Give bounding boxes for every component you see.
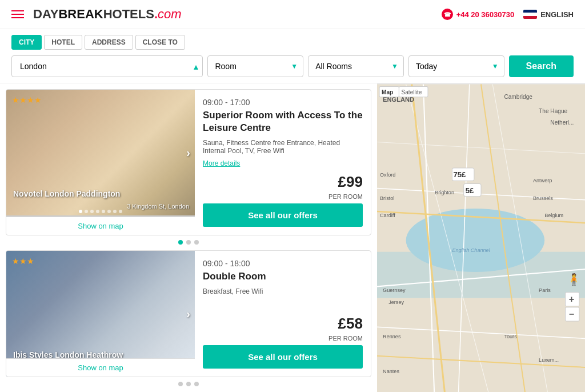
hotel-1-dot-5: [102, 210, 105, 213]
phone-box[interactable]: ☎ +44 20 36030730: [442, 9, 515, 20]
svg-text:Antwerp: Antwerp: [533, 178, 552, 183]
room-type-wrap: Room Suite ▼: [207, 55, 303, 77]
svg-text:Rennes: Rennes: [383, 334, 401, 339]
hotel-1-page-dot-3[interactable]: [194, 240, 199, 245]
date-wrap: Today Tomorrow ▼: [408, 55, 504, 77]
locate-icon[interactable]: ▴: [194, 61, 198, 72]
hotel-1-dot-8: [119, 210, 122, 213]
svg-text:English Channel: English Channel: [452, 247, 490, 253]
hotel-2-page-dot-1[interactable]: [178, 382, 183, 386]
phone-icon: ☎: [442, 9, 453, 20]
hotel-2-stars: ★★★: [12, 257, 34, 266]
hotel-2-price-label: PER ROOM: [203, 335, 363, 342]
svg-text:Brussels: Brussels: [533, 195, 553, 201]
uk-flag-icon: [523, 10, 537, 19]
hotel-2-amenities: Breakfast, Free Wifi: [203, 287, 363, 310]
svg-text:75£: 75£: [453, 170, 466, 179]
hotel-card-1: ★★★★ Novotel London Paddington 3 Kingdom…: [6, 89, 371, 245]
room-type-select[interactable]: Room Suite: [207, 55, 303, 77]
hotel-1-address-overlay: 3 Kingdom St, London: [127, 203, 189, 210]
tab-hotel[interactable]: HOTEL: [44, 35, 82, 50]
hotel-1-more-details[interactable]: More details: [203, 159, 363, 167]
language-selector[interactable]: ENGLISH: [523, 10, 574, 19]
menu-hamburger[interactable]: [11, 10, 24, 18]
tab-close-to[interactable]: CLOSE TO: [135, 35, 185, 50]
hotel-2-page-dot-2[interactable]: [186, 382, 191, 386]
hotel-1-image-dots: [79, 210, 122, 213]
svg-text:Cardiff: Cardiff: [380, 213, 395, 218]
logo: DAYBREAKHOTELS.com: [33, 7, 182, 22]
svg-text:Netherl...: Netherl...: [550, 119, 574, 126]
svg-text:The Hague: The Hague: [539, 108, 567, 114]
svg-text:+: +: [569, 294, 574, 304]
hotel-1-details: 09:00 - 17:00 Superior Room with Access …: [195, 90, 371, 235]
svg-rect-2: [377, 252, 585, 298]
tab-city[interactable]: CITY: [11, 35, 42, 50]
hotel-1-price: £99: [338, 173, 363, 190]
hotel-1-stars: ★★★★: [12, 95, 42, 105]
hotel-1-page-dot-1[interactable]: [178, 240, 183, 245]
svg-text:Map: Map: [382, 89, 393, 95]
location-input-wrap: ▴: [11, 55, 203, 77]
header-left: DAYBREAKHOTELS.com: [11, 7, 182, 22]
hotel-2-page-dot-3[interactable]: [194, 382, 199, 386]
hotel-2-see-offers-btn[interactable]: See all our offers: [203, 345, 363, 369]
all-rooms-select[interactable]: All Rooms 1 Room 2 Rooms: [308, 55, 404, 77]
hotel-1-price-row: £99: [203, 173, 363, 191]
hotel-card-2-inner: ★★★ Ibis Styles London Heathrow 272-275 …: [6, 250, 371, 377]
svg-text:Oxford: Oxford: [380, 172, 395, 178]
hotel-1-see-offers-btn[interactable]: See all our offers: [203, 203, 363, 227]
search-button[interactable]: Search: [509, 55, 574, 77]
map-container[interactable]: ENGLAND Cambridge The Hague Netherl... O…: [377, 83, 585, 392]
hotel-1-image-wrap: ★★★★ Novotel London Paddington 3 Kingdom…: [6, 90, 195, 235]
hotel-1-price-label: PER ROOM: [203, 193, 363, 200]
svg-text:−: −: [569, 309, 574, 319]
language-label: ENGLISH: [540, 10, 574, 19]
phone-number: +44 20 36030730: [456, 10, 515, 19]
logo-hotels: HOTELS: [103, 7, 154, 21]
hotel-2-details: 09:00 - 18:00 Double Room Breakfast, Fre…: [195, 251, 371, 377]
svg-text:Jersey: Jersey: [388, 299, 404, 305]
search-tabs: CITY HOTEL ADDRESS CLOSE TO: [11, 35, 574, 50]
hotel-1-name-overlay: Novotel London Paddington: [13, 189, 120, 198]
hotel-1-room-title: Superior Room with Access To the Leisure…: [203, 109, 363, 134]
hotel-1-time: 09:00 - 17:00: [203, 98, 363, 107]
svg-text:Nantes: Nantes: [383, 369, 399, 374]
location-input[interactable]: [11, 55, 203, 77]
svg-text:Cambridge: Cambridge: [504, 94, 532, 100]
hotel-listings: ★★★★ Novotel London Paddington 3 Kingdom…: [0, 83, 377, 392]
hotel-2-image-wrap: ★★★ Ibis Styles London Heathrow 272-275 …: [6, 251, 195, 377]
map-panel: ENGLAND Cambridge The Hague Netherl... O…: [377, 83, 585, 392]
map-svg: ENGLAND Cambridge The Hague Netherl... O…: [377, 83, 585, 392]
hotel-1-dot-4: [96, 210, 99, 213]
hotel-1-page-dot-2[interactable]: [186, 240, 191, 245]
hotel-2-next-arrow[interactable]: ›: [186, 307, 190, 321]
hotel-2-pagination: [6, 382, 371, 386]
hotel-1-show-on-map[interactable]: Show on map: [6, 217, 195, 235]
hotel-1-image: ★★★★ Novotel London Paddington 3 Kingdom…: [6, 90, 195, 215]
svg-text:Belgium: Belgium: [544, 213, 563, 218]
hotel-1-dot-2: [85, 210, 88, 213]
svg-text:Tours: Tours: [504, 334, 517, 339]
hotel-1-amenities: Sauna, Fitness Centre free Entrance, Hea…: [203, 139, 363, 155]
date-select[interactable]: Today Tomorrow: [408, 55, 504, 77]
logo-com: com: [158, 7, 182, 21]
hotel-2-image: ★★★ Ibis Styles London Heathrow 272-275 …: [6, 251, 195, 377]
logo-break: BREAK: [58, 7, 103, 21]
header: DAYBREAKHOTELS.com ☎ +44 20 36030730 ENG…: [0, 0, 585, 29]
search-section: CITY HOTEL ADDRESS CLOSE TO ▴ Room Suite…: [0, 29, 585, 83]
hotel-1-dot-3: [90, 210, 94, 213]
hotel-2-show-on-map[interactable]: Show on map: [6, 358, 195, 377]
hotel-1-next-arrow[interactable]: ›: [186, 146, 190, 159]
search-row: ▴ Room Suite ▼ All Rooms 1 Room 2 Rooms …: [11, 55, 574, 77]
svg-text:Satellite: Satellite: [401, 89, 422, 95]
hotel-1-dot-6: [107, 210, 111, 213]
logo-day: DAY: [33, 7, 58, 21]
svg-text:🧍: 🧍: [567, 273, 582, 287]
hotel-card-1-inner: ★★★★ Novotel London Paddington 3 Kingdom…: [6, 89, 371, 235]
main-content: ★★★★ Novotel London Paddington 3 Kingdom…: [0, 83, 585, 392]
tab-address[interactable]: ADDRESS: [85, 35, 133, 50]
hotel-card-2: ★★★ Ibis Styles London Heathrow 272-275 …: [6, 250, 371, 386]
hotel-1-dot-1: [79, 210, 82, 213]
header-right: ☎ +44 20 36030730 ENGLISH: [442, 9, 574, 20]
